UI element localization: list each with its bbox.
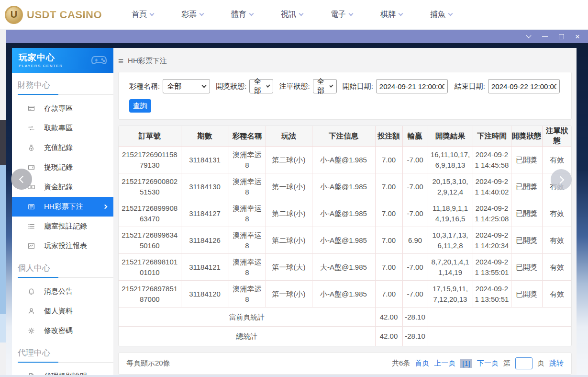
col-header: 投注額 bbox=[375, 126, 402, 147]
next-panel-button[interactable] bbox=[551, 169, 572, 190]
table-cell: -7.00 bbox=[402, 173, 428, 200]
table-cell: 澳洲幸运8 bbox=[229, 227, 266, 254]
col-header: 訂單號 bbox=[119, 126, 181, 147]
sidebar-item-room-bets-record[interactable]: 廳室投註記錄 bbox=[12, 217, 113, 236]
sidebar-collapse-button[interactable] bbox=[11, 169, 32, 190]
table-cell: 大-A盤@1.985 bbox=[312, 254, 375, 281]
table-cell: 澳洲幸运8 bbox=[229, 147, 266, 173]
draw-status-value: 全部 bbox=[254, 77, 262, 95]
sidebar-item-profile[interactable]: 個人資料 bbox=[12, 301, 113, 321]
nav-item-video[interactable]: 視訊 bbox=[281, 10, 303, 20]
table-cell: 2024-09-21 13:55:01 bbox=[473, 254, 511, 281]
nav-item-label: 視訊 bbox=[281, 10, 296, 20]
sidebar-item-notices[interactable]: 消息公告 bbox=[12, 282, 113, 301]
table-cell: 31184121 bbox=[181, 254, 229, 281]
table-cell: 8,7,20,1,4,11,14,19 bbox=[428, 254, 473, 281]
table-cell: 7.00 bbox=[375, 200, 402, 227]
table-cell: 第一球(大) bbox=[266, 254, 312, 281]
table-header-row: 訂單號 期數 彩種名稱 玩法 下注信息 投注額 輸贏 開獎結果 下注時間 開獎狀… bbox=[119, 126, 572, 147]
sidebar-item-player-bet-report[interactable]: 玩家投注報表 bbox=[12, 236, 113, 256]
nav-item-slots[interactable]: 電子 bbox=[331, 10, 353, 20]
minimize-icon[interactable] bbox=[541, 33, 549, 40]
page-number-input[interactable] bbox=[515, 357, 533, 369]
draw-status-select[interactable]: 全部 bbox=[249, 79, 273, 93]
first-page-link[interactable]: 首页 bbox=[415, 359, 429, 368]
recharge-record-icon bbox=[27, 144, 35, 152]
sidebar-item-recharge-record[interactable]: 充值記錄 bbox=[12, 138, 113, 158]
chevron-down-icon bbox=[349, 11, 354, 16]
table-cell: 小-A盤@1.985 bbox=[312, 200, 375, 227]
table-row: 215217269011587913031184131澳洲幸运8第二球(小)小-… bbox=[119, 147, 572, 173]
chevron-down-icon[interactable] bbox=[525, 33, 533, 40]
table-cell: 第二球(小) bbox=[266, 200, 312, 227]
nav-item-label: 棋牌 bbox=[380, 10, 396, 20]
prev-page-link[interactable]: 上一页 bbox=[434, 359, 455, 368]
table-cell: 澳洲幸运8 bbox=[229, 200, 266, 227]
end-date-input[interactable] bbox=[488, 79, 560, 93]
deposit-icon bbox=[27, 104, 35, 113]
sidebar-item-label: 消息公告 bbox=[44, 287, 73, 296]
search-button[interactable]: 查詢 bbox=[129, 99, 151, 113]
page-stats-empty bbox=[428, 308, 572, 327]
maximize-icon[interactable] bbox=[557, 33, 565, 40]
sidebar: 玩家中心 PLAYERS CENTER 財務中心 bbox=[12, 48, 113, 377]
table-cell: 有效 bbox=[542, 147, 572, 173]
background-page-strip bbox=[0, 30, 6, 377]
nav-item-label: 體育 bbox=[231, 10, 246, 20]
col-header: 開獎結果 bbox=[428, 126, 473, 147]
jump-button[interactable]: 跳转 bbox=[549, 359, 564, 368]
table-cell: 2152172689963450160 bbox=[119, 227, 181, 254]
close-icon[interactable]: × bbox=[574, 33, 581, 40]
nav-item-label: 捕魚 bbox=[430, 10, 445, 20]
table-cell: 已開獎 bbox=[511, 254, 542, 281]
section-label: 代理中心 bbox=[18, 347, 113, 362]
section-underline bbox=[18, 277, 113, 278]
top-nav: U USDT CASINO 首頁彩票體育視訊電子棋牌捕魚 bbox=[0, 0, 588, 30]
chevron-down-icon bbox=[150, 11, 155, 16]
lottery-name-label: 彩種名稱: bbox=[129, 82, 160, 91]
background-image-fragment bbox=[0, 120, 6, 165]
sidebar-section-finance: 財務中心 bbox=[12, 80, 113, 95]
sidebar-item-label: HH彩票下注 bbox=[44, 202, 83, 211]
chevron-down-icon bbox=[200, 11, 204, 16]
nav-item-lottery[interactable]: 彩票 bbox=[181, 10, 203, 20]
table-cell: 2024-09-21 14:45:58 bbox=[473, 147, 511, 173]
draw-status-label: 開獎狀態: bbox=[216, 82, 246, 91]
table-cell: 第二球(小) bbox=[266, 147, 312, 173]
sidebar-item-deposit[interactable]: 存款專區 bbox=[12, 99, 113, 118]
col-header: 玩法 bbox=[266, 126, 312, 147]
start-date-input[interactable] bbox=[376, 79, 448, 93]
table-cell: 澳洲幸运8 bbox=[229, 254, 266, 281]
hamburger-icon[interactable]: ≡ bbox=[118, 57, 123, 66]
bets-table-panel: 訂單號 期數 彩種名稱 玩法 下注信息 投注額 輸贏 開獎結果 下注時間 開獎狀… bbox=[118, 126, 572, 346]
table-cell: 小-A盤@1.985 bbox=[312, 173, 375, 200]
order-status-select[interactable]: 全部 bbox=[313, 79, 337, 93]
table-cell: 第二球(小) bbox=[266, 227, 312, 254]
table-cell: 小-A盤@1.985 bbox=[312, 147, 375, 173]
lottery-name-select[interactable]: 全部 bbox=[163, 79, 210, 93]
sidebar-item-withdraw[interactable]: 取款專區 bbox=[12, 118, 113, 138]
col-header: 開獎狀態 bbox=[511, 126, 542, 147]
chevron-right-icon bbox=[103, 205, 108, 209]
sidebar-item-label: 提現記錄 bbox=[44, 163, 73, 172]
nav-item-sports[interactable]: 體育 bbox=[231, 10, 253, 20]
nav-item-fishing[interactable]: 捕魚 bbox=[430, 10, 452, 20]
nav-item-home[interactable]: 首頁 bbox=[132, 10, 154, 20]
nav-item-board-games[interactable]: 棋牌 bbox=[380, 10, 402, 20]
brand-logo[interactable]: U USDT CASINO bbox=[5, 6, 102, 24]
table-row: 215217268978518700031184120澳洲幸运8第一球(小)小-… bbox=[119, 281, 572, 308]
next-page-link[interactable]: 下一页 bbox=[477, 359, 499, 368]
table-cell: 已開獎 bbox=[511, 200, 542, 227]
brand-name: USDT CASINO bbox=[27, 9, 102, 21]
total-stats-label: 總統計 bbox=[119, 327, 375, 346]
table-cell: 31184127 bbox=[181, 200, 229, 227]
table-cell: 澳洲幸运8 bbox=[229, 173, 266, 200]
jump-prefix-label: 第 bbox=[503, 359, 510, 368]
col-header: 下注信息 bbox=[312, 126, 375, 147]
sidebar-section-personal: 個人中心 bbox=[12, 263, 113, 278]
table-cell: 小-A盤@1.985 bbox=[312, 227, 375, 254]
table-cell: 2152172690115879130 bbox=[119, 147, 181, 173]
sidebar-item-hh-lottery-bets[interactable]: HH彩票下注 bbox=[12, 197, 113, 217]
sidebar-item-change-password[interactable]: 修改密碼 bbox=[12, 321, 113, 341]
background-image-fragment bbox=[0, 165, 6, 314]
